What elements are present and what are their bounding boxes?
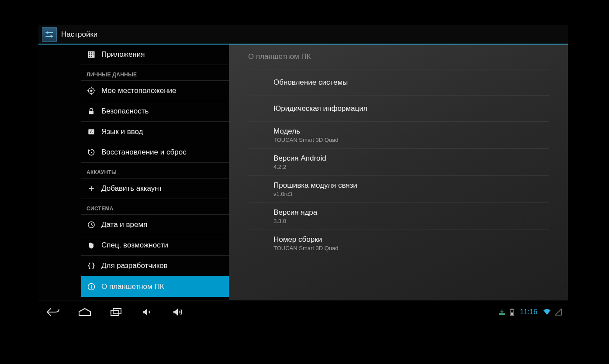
svg-rect-9 bbox=[91, 54, 92, 55]
braces-icon bbox=[87, 261, 96, 270]
svg-rect-5 bbox=[89, 52, 90, 54]
battery-icon bbox=[509, 308, 515, 316]
detail-row-system-update[interactable]: Обновление системы bbox=[248, 69, 549, 96]
nav-volume-up-button[interactable] bbox=[170, 306, 188, 319]
sidebar-item-developer[interactable]: Для разработчиков bbox=[81, 256, 229, 276]
settings-icon bbox=[42, 27, 57, 42]
status-tray[interactable]: 11:16 bbox=[498, 308, 562, 316]
restore-icon bbox=[87, 148, 96, 157]
svg-rect-33 bbox=[499, 313, 505, 315]
svg-rect-32 bbox=[113, 309, 121, 314]
svg-point-14 bbox=[90, 90, 93, 92]
apps-icon bbox=[87, 50, 96, 59]
category-system: СИСТЕМА bbox=[81, 199, 229, 215]
detail-row-build[interactable]: Номер сборки TOUCAN Smart 3D Quad bbox=[248, 230, 549, 257]
sidebar-item-language[interactable]: A Язык и ввод bbox=[81, 122, 229, 142]
hand-icon bbox=[87, 241, 96, 250]
sidebar-item-backup-reset[interactable]: Восстановление и сброс bbox=[81, 142, 229, 163]
system-navigation-bar: 11:16 bbox=[38, 303, 568, 321]
detail-row-kernel[interactable]: Версия ядра 3.3.0 bbox=[248, 203, 549, 230]
sidebar-item-label: Спец. возможности bbox=[101, 241, 168, 250]
detail-row-legal-info[interactable]: Юридическая информация bbox=[248, 96, 549, 122]
svg-rect-12 bbox=[91, 56, 92, 57]
nav-home-button[interactable] bbox=[76, 306, 93, 319]
svg-rect-11 bbox=[89, 56, 90, 57]
svg-line-27 bbox=[91, 225, 93, 226]
sidebar-item-add-account[interactable]: Добавить аккаунт bbox=[81, 179, 229, 199]
detail-row-baseband[interactable]: Прошивка модуля связи v1.0rc3 bbox=[248, 176, 549, 203]
sidebar-item-label: Мое местоположение bbox=[101, 86, 176, 95]
nav-volume-down-button[interactable] bbox=[139, 306, 156, 319]
clock-icon bbox=[87, 220, 96, 229]
svg-point-2 bbox=[46, 31, 48, 34]
sidebar-item-about-tablet[interactable]: О планшетном ПК bbox=[81, 276, 229, 297]
title-bar: Настройки bbox=[38, 25, 568, 45]
svg-rect-8 bbox=[89, 54, 90, 55]
sidebar-item-datetime[interactable]: Дата и время bbox=[81, 215, 229, 235]
nav-back-button[interactable] bbox=[45, 306, 62, 319]
sidebar-item-label: Для разработчиков bbox=[101, 261, 168, 270]
svg-rect-19 bbox=[89, 111, 93, 114]
detail-panel: О планшетном ПК Обновление системы Юриди… bbox=[229, 45, 568, 300]
svg-point-3 bbox=[50, 35, 52, 37]
sidebar-item-label: О планшетном ПК bbox=[101, 282, 164, 291]
sidebar-item-label: Восстановление и сброс bbox=[101, 148, 187, 157]
wifi-icon bbox=[543, 309, 551, 316]
settings-sidebar[interactable]: Приложения ЛИЧНЫЕ ДАННЫЕ Мое местоположе… bbox=[38, 45, 229, 300]
svg-rect-35 bbox=[511, 309, 512, 309]
detail-row-model[interactable]: Модель TOUCAN Smart 3D Quad bbox=[248, 122, 549, 149]
svg-rect-7 bbox=[93, 52, 93, 54]
sidebar-item-label: Добавить аккаунт bbox=[101, 184, 163, 193]
clock-text: 11:16 bbox=[520, 308, 537, 316]
lock-icon bbox=[87, 107, 96, 116]
svg-rect-31 bbox=[111, 310, 119, 316]
sidebar-item-label: Дата и время bbox=[101, 220, 147, 229]
nav-recent-button[interactable] bbox=[107, 306, 125, 319]
sidebar-item-apps[interactable]: Приложения bbox=[81, 45, 229, 65]
category-accounts: АККАУНТЫ bbox=[81, 163, 229, 179]
sidebar-item-label: Язык и ввод bbox=[101, 127, 143, 136]
sidebar-item-location[interactable]: Мое местоположение bbox=[81, 81, 229, 101]
sidebar-item-accessibility[interactable]: Спец. возможности bbox=[81, 235, 229, 256]
settings-window: Настройки Приложения ЛИЧНЫЕ ДАННЫЕ Мое м… bbox=[38, 25, 568, 301]
detail-header: О планшетном ПК bbox=[248, 45, 549, 69]
download-icon bbox=[498, 309, 506, 316]
svg-rect-6 bbox=[91, 52, 92, 54]
sidebar-item-label: Безопасность bbox=[101, 107, 149, 116]
svg-text:A: A bbox=[90, 130, 93, 134]
location-icon bbox=[87, 86, 96, 95]
signal-icon bbox=[555, 309, 562, 316]
svg-point-22 bbox=[91, 152, 92, 153]
svg-rect-36 bbox=[511, 312, 513, 315]
detail-row-android-version[interactable]: Версия Android 4.2.2 bbox=[248, 149, 549, 176]
sidebar-item-security[interactable]: Безопасность bbox=[81, 101, 229, 122]
category-personal: ЛИЧНЫЕ ДАННЫЕ bbox=[81, 65, 229, 81]
language-icon: A bbox=[87, 127, 96, 136]
sidebar-item-label: Приложения bbox=[101, 50, 145, 59]
svg-point-29 bbox=[91, 285, 92, 285]
plus-icon bbox=[87, 184, 96, 193]
info-icon bbox=[87, 282, 96, 291]
app-title: Настройки bbox=[61, 30, 97, 39]
svg-rect-10 bbox=[93, 54, 93, 55]
